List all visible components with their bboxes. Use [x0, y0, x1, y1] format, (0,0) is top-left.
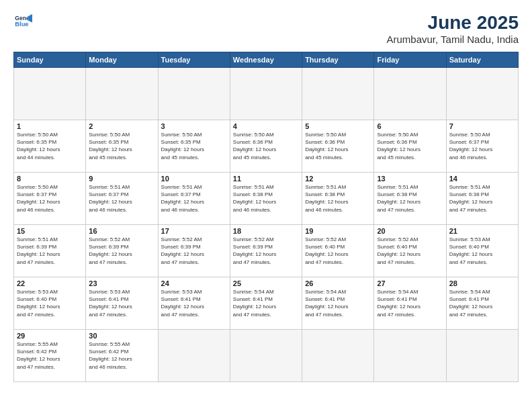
svg-text:Blue: Blue: [15, 21, 28, 28]
calendar-cell: 28Sunrise: 5:54 AM Sunset: 6:41 PM Dayli…: [446, 277, 518, 330]
calendar-cell: 10Sunrise: 5:51 AM Sunset: 6:37 PM Dayli…: [158, 173, 230, 225]
day-info: Sunrise: 5:53 AM Sunset: 6:40 PM Dayligh…: [17, 288, 83, 318]
calendar-cell: 2Sunrise: 5:50 AM Sunset: 6:35 PM Daylig…: [86, 120, 158, 173]
day-info: Sunrise: 5:55 AM Sunset: 6:42 PM Dayligh…: [17, 340, 83, 371]
col-saturday: Saturday: [446, 52, 518, 68]
day-info: Sunrise: 5:50 AM Sunset: 6:35 PM Dayligh…: [17, 131, 83, 161]
day-number: 12: [305, 175, 371, 183]
calendar-week-row: 8Sunrise: 5:50 AM Sunset: 6:37 PM Daylig…: [14, 173, 519, 225]
calendar-cell: [374, 68, 446, 120]
day-info: Sunrise: 5:53 AM Sunset: 6:41 PM Dayligh…: [89, 288, 154, 318]
day-info: Sunrise: 5:52 AM Sunset: 6:39 PM Dayligh…: [233, 236, 299, 266]
day-info: Sunrise: 5:50 AM Sunset: 6:35 PM Dayligh…: [89, 131, 154, 161]
day-number: 9: [89, 175, 154, 183]
calendar-cell: [230, 330, 302, 382]
day-number: 21: [449, 227, 515, 235]
day-number: 16: [89, 227, 154, 235]
calendar-cell: [302, 68, 374, 120]
col-thursday: Thursday: [302, 52, 374, 68]
day-number: 13: [377, 175, 443, 183]
calendar-cell: 15Sunrise: 5:51 AM Sunset: 6:39 PM Dayli…: [14, 225, 86, 277]
col-monday: Monday: [86, 52, 158, 68]
calendar-cell: 11Sunrise: 5:51 AM Sunset: 6:38 PM Dayli…: [230, 173, 302, 225]
day-info: Sunrise: 5:50 AM Sunset: 6:37 PM Dayligh…: [17, 183, 83, 214]
day-number: 11: [233, 175, 299, 183]
day-info: Sunrise: 5:52 AM Sunset: 6:39 PM Dayligh…: [161, 236, 227, 266]
day-number: 26: [305, 279, 371, 287]
day-info: Sunrise: 5:51 AM Sunset: 6:38 PM Dayligh…: [377, 183, 443, 214]
day-info: Sunrise: 5:52 AM Sunset: 6:39 PM Dayligh…: [89, 236, 154, 266]
calendar-cell: [158, 68, 230, 120]
calendar-week-row: 1Sunrise: 5:50 AM Sunset: 6:35 PM Daylig…: [14, 120, 519, 173]
calendar-cell: 20Sunrise: 5:52 AM Sunset: 6:40 PM Dayli…: [374, 225, 446, 277]
calendar-cell: 9Sunrise: 5:51 AM Sunset: 6:37 PM Daylig…: [86, 173, 158, 225]
calendar-cell: 1Sunrise: 5:50 AM Sunset: 6:35 PM Daylig…: [14, 120, 86, 173]
day-number: 5: [305, 122, 371, 130]
col-sunday: Sunday: [14, 52, 86, 68]
calendar-cell: 21Sunrise: 5:53 AM Sunset: 6:40 PM Dayli…: [446, 225, 518, 277]
calendar-cell: 30Sunrise: 5:55 AM Sunset: 6:42 PM Dayli…: [86, 330, 158, 382]
calendar-cell: [302, 330, 374, 382]
calendar-cell: [230, 68, 302, 120]
calendar-cell: 25Sunrise: 5:54 AM Sunset: 6:41 PM Dayli…: [230, 277, 302, 330]
calendar-week-row: 29Sunrise: 5:55 AM Sunset: 6:42 PM Dayli…: [14, 330, 519, 382]
calendar-cell: 12Sunrise: 5:51 AM Sunset: 6:38 PM Dayli…: [302, 173, 374, 225]
day-info: Sunrise: 5:54 AM Sunset: 6:41 PM Dayligh…: [377, 288, 443, 318]
day-number: 30: [89, 332, 154, 340]
calendar-subtitle: Arumbavur, Tamil Nadu, India: [387, 34, 519, 45]
calendar-cell: 3Sunrise: 5:50 AM Sunset: 6:35 PM Daylig…: [158, 120, 230, 173]
calendar-cell: 16Sunrise: 5:52 AM Sunset: 6:39 PM Dayli…: [86, 225, 158, 277]
col-friday: Friday: [374, 52, 446, 68]
day-info: Sunrise: 5:51 AM Sunset: 6:39 PM Dayligh…: [17, 236, 83, 266]
day-info: Sunrise: 5:55 AM Sunset: 6:42 PM Dayligh…: [89, 340, 154, 371]
day-info: Sunrise: 5:54 AM Sunset: 6:41 PM Dayligh…: [305, 288, 371, 318]
calendar-cell: 29Sunrise: 5:55 AM Sunset: 6:42 PM Dayli…: [14, 330, 86, 382]
calendar-cell: 6Sunrise: 5:50 AM Sunset: 6:36 PM Daylig…: [374, 120, 446, 173]
calendar-cell: 18Sunrise: 5:52 AM Sunset: 6:39 PM Dayli…: [230, 225, 302, 277]
generalblue-logo-icon: General Blue: [13, 12, 32, 31]
day-number: 4: [233, 122, 299, 130]
header-row: Sunday Monday Tuesday Wednesday Thursday…: [14, 52, 519, 68]
day-number: 24: [161, 279, 227, 287]
day-number: 1: [17, 122, 83, 130]
day-info: Sunrise: 5:51 AM Sunset: 6:38 PM Dayligh…: [449, 183, 515, 214]
day-info: Sunrise: 5:50 AM Sunset: 6:36 PM Dayligh…: [377, 131, 443, 161]
title-block: June 2025 Arumbavur, Tamil Nadu, India: [387, 12, 519, 45]
day-number: 8: [17, 175, 83, 183]
day-info: Sunrise: 5:54 AM Sunset: 6:41 PM Dayligh…: [233, 288, 299, 318]
calendar-week-row: 15Sunrise: 5:51 AM Sunset: 6:39 PM Dayli…: [14, 225, 519, 277]
day-number: 22: [17, 279, 83, 287]
day-info: Sunrise: 5:51 AM Sunset: 6:37 PM Dayligh…: [161, 183, 227, 214]
calendar-cell: 22Sunrise: 5:53 AM Sunset: 6:40 PM Dayli…: [14, 277, 86, 330]
day-info: Sunrise: 5:52 AM Sunset: 6:40 PM Dayligh…: [377, 236, 443, 266]
day-number: 10: [161, 175, 227, 183]
day-number: 27: [377, 279, 443, 287]
calendar-cell: 14Sunrise: 5:51 AM Sunset: 6:38 PM Dayli…: [446, 173, 518, 225]
day-info: Sunrise: 5:51 AM Sunset: 6:37 PM Dayligh…: [89, 183, 154, 214]
calendar-week-row: 22Sunrise: 5:53 AM Sunset: 6:40 PM Dayli…: [14, 277, 519, 330]
calendar-cell: [446, 330, 518, 382]
day-number: 7: [449, 122, 515, 130]
page: General Blue June 2025 Arumbavur, Tamil …: [0, 0, 532, 411]
calendar-cell: 7Sunrise: 5:50 AM Sunset: 6:37 PM Daylig…: [446, 120, 518, 173]
calendar-week-row: [14, 68, 519, 120]
calendar-cell: 24Sunrise: 5:53 AM Sunset: 6:41 PM Dayli…: [158, 277, 230, 330]
calendar-cell: [446, 68, 518, 120]
day-info: Sunrise: 5:50 AM Sunset: 6:36 PM Dayligh…: [305, 131, 371, 161]
day-number: 3: [161, 122, 227, 130]
day-number: 18: [233, 227, 299, 235]
day-info: Sunrise: 5:54 AM Sunset: 6:41 PM Dayligh…: [449, 288, 515, 318]
day-number: 15: [17, 227, 83, 235]
calendar-title: June 2025: [387, 12, 519, 34]
calendar-table: Sunday Monday Tuesday Wednesday Thursday…: [13, 52, 519, 382]
day-number: 20: [377, 227, 443, 235]
day-number: 6: [377, 122, 443, 130]
day-info: Sunrise: 5:50 AM Sunset: 6:37 PM Dayligh…: [449, 131, 515, 161]
calendar-cell: 27Sunrise: 5:54 AM Sunset: 6:41 PM Dayli…: [374, 277, 446, 330]
col-wednesday: Wednesday: [230, 52, 302, 68]
calendar-cell: 4Sunrise: 5:50 AM Sunset: 6:36 PM Daylig…: [230, 120, 302, 173]
day-number: 28: [449, 279, 515, 287]
col-tuesday: Tuesday: [158, 52, 230, 68]
calendar-cell: [14, 68, 86, 120]
day-number: 17: [161, 227, 227, 235]
